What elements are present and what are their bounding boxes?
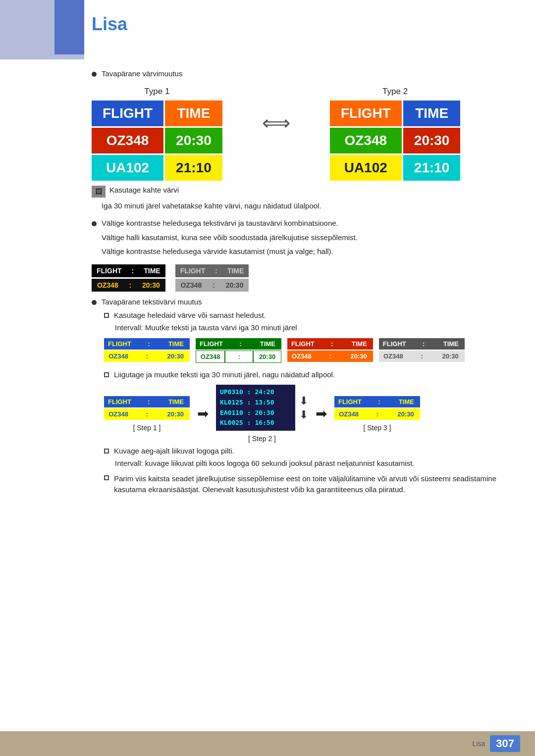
step-arrow-2: ➡ [316,405,327,422]
bullet-dot-3 [92,300,97,305]
step3-label: [ Step 3 ] [363,424,391,432]
step3-time: TIME [393,396,420,407]
step1-2030: 20:30 [161,408,190,420]
s2-colon2: : [207,279,220,292]
arrow-container: ⟺ [252,111,300,134]
variant2: FLIGHT : TIME OZ348 : 20:30 [196,338,281,363]
v2-flight: FLIGHT [196,338,227,350]
v1-colon2: : [133,351,161,362]
footer-number: 307 [490,735,520,752]
step2-content: UP0310 : 24:20 KL0125 : 13:50 EA0110 : 2… [216,385,308,431]
v4-colon: : [410,338,437,350]
section3-bullet: Tavapärane tekstivärvi muutus [102,298,202,306]
step1-colon2: : [133,408,161,420]
variant4: FLIGHT : TIME OZ348 : 20:30 [379,338,465,363]
s1-flight: FLIGHT [92,264,127,277]
type2-ua102-cell: UA102 [330,155,402,181]
sub-bullet-icon-2 [104,372,109,377]
v4-oz348: OZ348 [379,351,408,362]
v3-flight: FLIGHT [287,338,319,350]
v4-flight: FLIGHT [379,338,410,350]
type2-label: Type 2 [382,87,408,97]
color-variants-row: FLIGHT : TIME OZ348 : 20:30 FLIGHT : [104,338,515,363]
type1-flight-cell: FLIGHT [92,101,163,126]
type1-oz348-cell: OZ348 [92,128,163,153]
header-bar-inner [54,0,84,54]
v2-oz348: OZ348 [196,351,225,363]
sub-bullet-1: Kasutage heledaid värve või sarnast hele… [104,311,515,319]
step3-colon: : [366,396,393,407]
v4-colon2: : [408,351,436,362]
v1-colon: : [135,338,162,350]
type2-time-cell: TIME [403,101,461,126]
step1-flight-grid: FLIGHT : TIME OZ348 : 20:30 [104,396,190,420]
step2-block: UP0310 : 24:20 KL0125 : 13:50 EA0110 : 2… [216,385,308,443]
step1-oz348: OZ348 [104,408,133,420]
sub-bullet-4: Parim viis kaitsta seadet järelkujutise … [104,473,515,496]
v2-colon2: : [225,351,253,363]
sub-bullet-icon-1 [104,313,109,318]
type2-oz348-cell: OZ348 [330,128,402,153]
section3-block: Tavapärane tekstivärvi muutus Kasutage h… [92,298,515,496]
main-content: Tavapärane värvimuutus Type 1 FLIGHT TIM… [92,69,515,541]
down-arrows: ⬇ ⬇ [299,396,308,420]
black-example-grid: FLIGHT : TIME OZ348 : 20:30 [92,264,165,292]
note-row: Kasutage kahte värvi [92,186,515,198]
type1-flight-grid: FLIGHT TIME OZ348 20:30 UA102 21:10 [92,101,222,181]
sub3-label: Kuvage aeg-ajalt liikuvat logoga pilti. [114,447,234,455]
v3-2030: 20:30 [344,351,373,362]
s1-oz348: OZ348 [92,279,124,292]
scroll-line3: EA0110 : 20:30 [220,408,291,418]
sub1-label: Kasutage heledaid värve või sarnast hele… [114,311,266,319]
bullet1-text: Tavapärane värvimuutus [102,69,182,78]
footer: Lisa 307 [0,731,535,756]
section2-bullet: Vältige kontrastse heledusega tekstivärv… [102,219,338,227]
s2-time: TIME [222,264,249,277]
step1-time: TIME [162,396,190,407]
type1-ua102-cell: UA102 [92,155,163,181]
step3-flight: FLIGHT [334,396,366,407]
step3-colon2: : [363,408,391,420]
step1-label: [ Step 1 ] [133,424,160,432]
v1-2030: 20:30 [161,351,190,362]
step3-flight-grid: FLIGHT : TIME OZ348 : 20:30 [334,396,420,420]
scroll-display: UP0310 : 24:20 KL0125 : 13:50 EA0110 : 2… [216,385,295,431]
sub1-desc: Intervall: Muutke teksti ja tausta värvi… [115,322,515,334]
type2-block: Type 2 FLIGHT TIME OZ348 20:30 UA102 21:… [330,87,461,181]
v2-colon: : [227,338,254,350]
scroll-line1: UP0310 : 24:20 [220,387,291,398]
section2-line2: Vältige halli kasutamist, kuna see võib … [102,232,515,244]
v1-flight: FLIGHT [104,338,135,350]
step3-oz348: OZ348 [334,408,363,420]
s1-2030: 20:30 [137,279,165,292]
s2-flight: FLIGHT [175,264,211,277]
v3-colon: : [319,338,346,350]
note-text: Kasutage kahte värvi [109,186,179,194]
page-title: Lisa [92,14,127,35]
small-grids-example-row: FLIGHT : TIME OZ348 : 20:30 FLIGHT : TIM… [92,264,515,292]
v4-time: TIME [437,338,465,350]
step1-block: FLIGHT : TIME OZ348 : 20:30 [ Step 1 ] [104,396,190,432]
step1-flight: FLIGHT [104,396,135,407]
sub-bullet-icon-4 [104,475,109,480]
type1-2030-cell: 20:30 [165,128,222,153]
type1-2110-cell: 21:10 [165,155,222,181]
type1-time-cell: TIME [165,101,222,126]
types-row: Type 1 FLIGHT TIME OZ348 20:30 UA102 21:… [92,87,515,181]
step3-2030: 20:30 [391,408,420,420]
sub-bullet-icon-3 [104,449,109,454]
step1-colon: : [135,396,162,407]
step3-block: FLIGHT : TIME OZ348 : 20:30 [ Step 3 ] [334,396,420,432]
v1-oz348: OZ348 [104,351,133,362]
sub2-label: Liigutage ja muutke teksti iga 30 minuti… [114,370,335,379]
scroll-line2: KL0125 : 13:50 [220,398,291,408]
sub4-label: Parim viis kaitsta seadet järelkujutise … [114,473,515,496]
v3-oz348: OZ348 [287,351,316,362]
down-arrow-1: ⬇ [299,396,308,406]
variant1: FLIGHT : TIME OZ348 : 20:30 [104,338,190,363]
v2-time: TIME [254,338,281,350]
note-desc: Iga 30 minuti järel vahetatakse kahte vä… [102,201,515,212]
down-arrow-2: ⬇ [299,409,308,420]
sub-bullet-3: Kuvage aeg-ajalt liikuvat logoga pilti. [104,447,515,455]
s1-time: TIME [139,264,165,277]
